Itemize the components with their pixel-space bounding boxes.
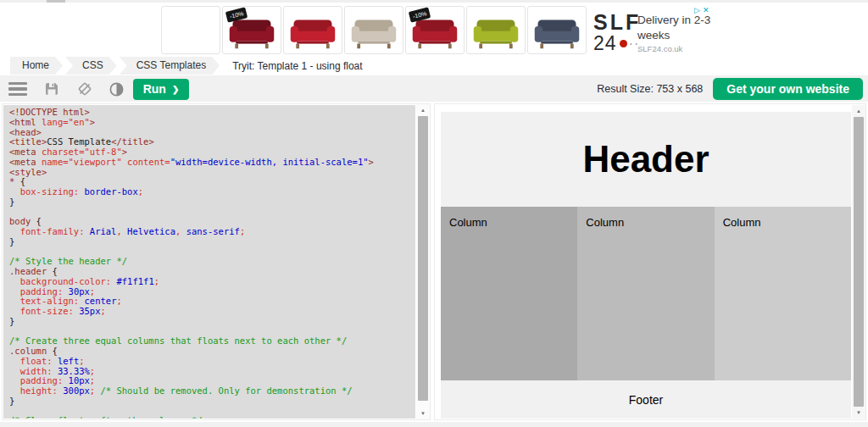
ad-logo-red-dot-icon [620,40,627,47]
ad-logo-line1: SLF [593,12,641,33]
code-line: } [9,197,415,208]
ad-headline[interactable]: Delivery in 2-3 weeks [637,13,710,43]
preview-column: Column [577,207,714,380]
code-line: <style> [9,168,415,178]
ad-close-icon[interactable]: ✕ [703,6,709,14]
code-line [9,208,415,218]
code-line: <meta name="viewport" content="width=dev… [9,158,415,168]
ad-sofa-thumbnail[interactable] [527,6,587,54]
result-preview-pane: Header ColumnColumnColumn Footer ▲ ▼ [434,103,866,420]
ad-controls: ▷ ✕ [694,6,709,14]
ad-banner: -10%-10% SLF 24·· Delivery in 2-3 weeks … [0,3,868,56]
ad-sofa-thumbnail[interactable] [344,6,403,54]
code-line: /* Create three equal columns that float… [9,336,415,347]
save-icon[interactable] [44,81,59,97]
code-line: box-sizing: border-box; [9,187,415,197]
page-bottom-strip [0,422,868,427]
result-size-label: Result Size: 753 x 568 [597,83,703,95]
code-editor[interactable]: <!DOCTYPE html><html lang="en"><head><ti… [3,105,415,419]
editor-scrollbar-thumb[interactable] [418,116,428,401]
ad-domain[interactable]: SLF24.co.uk [637,44,682,53]
run-button[interactable]: Run❯ [133,79,189,100]
breadcrumb-items: HomeCSSCSS Templates [10,57,222,75]
preview-header-title: Header [582,138,709,180]
breadcrumb-item-css-templates[interactable]: CSS Templates [120,57,220,75]
ad-sofa-thumbnail[interactable]: -10% [222,6,281,54]
code-line: height: 300px; /* Should be removed. Onl… [9,386,415,396]
preview-scrollbar-thumb[interactable] [854,117,864,407]
editor-scrollbar[interactable]: ▲ ▼ [416,104,430,419]
get-website-button[interactable]: Get your own website [713,78,863,100]
breadcrumb-current: Tryit: Template 1 - using float [232,60,362,72]
scroll-down-icon[interactable]: ▼ [852,408,865,417]
ad-sofa-thumbnail[interactable]: -10% [405,6,465,54]
preview-column: Column [715,207,851,380]
ad-empty-thumbnail[interactable] [161,6,220,54]
breadcrumb: HomeCSSCSS Templates Tryit: Template 1 -… [0,56,868,76]
sofa-icon [287,14,339,52]
scroll-up-icon[interactable]: ▲ [416,106,430,114]
code-line: } [9,237,415,247]
spaces-slash-icon[interactable] [76,80,93,97]
ad-sofa-thumbnail[interactable] [283,6,342,54]
sofa-icon [348,14,400,52]
code-line: /* Clear floats after the columns */ [9,416,415,419]
code-editor-pane: <!DOCTYPE html><html lang="en"><head><ti… [2,103,431,420]
code-line: font-size: 35px; [9,307,415,317]
contrast-dark-mode-icon[interactable] [108,81,125,97]
preview-column: Column [441,207,577,380]
breadcrumb-item-css[interactable]: CSS [65,57,117,75]
preview-columns: ColumnColumnColumn [441,207,851,380]
sofa-icon [531,14,583,52]
preview-footer: Footer [441,380,851,419]
adchoices-icon[interactable]: ▷ [694,6,700,14]
ad-sofa-thumbnail[interactable] [466,6,526,54]
code-line: /* Style the header */ [9,257,415,267]
preview-header: Header [441,112,851,207]
sofa-icon [470,14,522,52]
preview-document: Header ColumnColumnColumn Footer [441,112,851,419]
ad-logo-line2: 24·· [593,34,641,53]
toolbar: Run❯ Result Size: 753 x 568 Get your own… [0,76,868,102]
code-line: font-family: Arial, Helvetica, sans-seri… [9,227,415,237]
preview-scrollbar[interactable]: ▲ ▼ [852,105,865,419]
ad-logo[interactable]: SLF 24·· [593,12,641,53]
breadcrumb-item-home[interactable]: Home [10,57,63,75]
workspace: <!DOCTYPE html><html lang="en"><head><ti… [0,102,868,422]
code-line: } [9,396,415,407]
scroll-down-icon[interactable]: ▼ [416,409,430,418]
code-line: } [9,317,415,327]
run-chevron-icon: ❯ [172,85,179,94]
ad-product-thumbnails: -10%-10% [161,6,588,54]
scroll-up-icon[interactable]: ▲ [852,107,865,115]
code-line: <html lang="en"> [9,118,415,128]
menu-icon[interactable] [8,82,27,97]
